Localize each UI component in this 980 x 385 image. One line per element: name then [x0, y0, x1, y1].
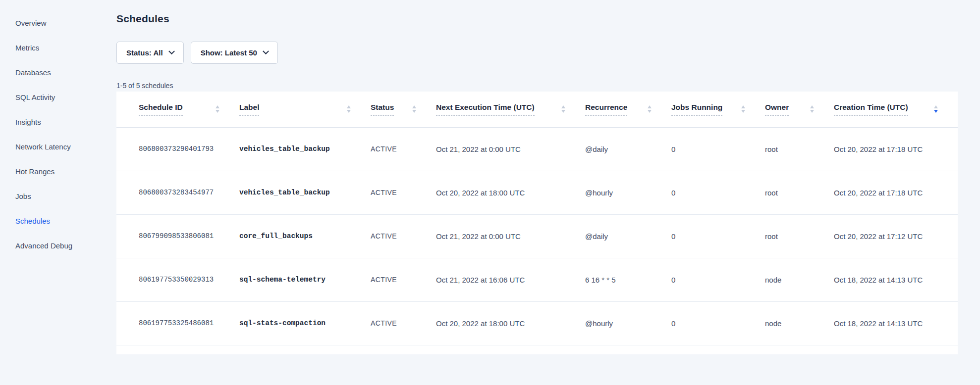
cell-schedule-id: 806800373290401793 — [116, 127, 239, 171]
cell-recurrence: @daily — [585, 127, 671, 171]
sort-up-arrow-icon — [412, 105, 416, 108]
table-row: 806800373283454977 vehicles_table_backup… — [116, 171, 958, 214]
column-header-recurrence[interactable]: Recurrence — [585, 92, 671, 127]
sidebar-item-metrics[interactable]: Metrics — [0, 35, 92, 60]
sidebar-item-label: Metrics — [15, 44, 39, 52]
column-header-label[interactable]: Label — [239, 92, 371, 127]
cell-status: ACTIVE — [371, 171, 436, 214]
sort-down-arrow-icon — [648, 110, 652, 113]
cell-creation-time: Oct 20, 2022 at 17:12 UTC — [834, 214, 958, 258]
sidebar-item-databases[interactable]: Databases — [0, 60, 92, 85]
show-filter-label: Show: Latest 50 — [201, 48, 257, 57]
column-header-creation-time-utc[interactable]: Creation Time (UTC) — [834, 92, 958, 127]
cell-next-execution: Oct 21, 2022 at 0:00 UTC — [436, 214, 585, 258]
cell-jobs-running: 0 — [671, 171, 765, 214]
column-header-jobs-running[interactable]: Jobs Running — [671, 92, 765, 127]
sort-icon — [347, 105, 351, 113]
sidebar-item-label: Advanced Debug — [15, 241, 72, 250]
column-header-label: Jobs Running — [671, 103, 722, 116]
cell-label: core_full_backups — [239, 214, 371, 258]
table-row: 806197753350029313 sql-schema-telemetry … — [116, 258, 958, 301]
table-row: 806800373290401793 vehicles_table_backup… — [116, 127, 958, 171]
sort-down-arrow-icon — [216, 110, 219, 113]
schedules-table: Schedule ID Label Status Next Execution … — [116, 92, 958, 345]
sort-down-arrow-icon — [412, 110, 416, 113]
column-header-label: Recurrence — [585, 103, 627, 116]
cell-label: sql-schema-telemetry — [239, 258, 371, 301]
sort-icon — [412, 105, 416, 113]
sort-up-arrow-icon — [216, 105, 219, 108]
cell-next-execution: Oct 20, 2022 at 18:00 UTC — [436, 301, 585, 345]
sort-down-arrow-icon — [934, 110, 938, 113]
cell-label: vehicles_table_backup — [239, 171, 371, 214]
status-filter-dropdown[interactable]: Status: All — [116, 42, 184, 64]
sort-up-arrow-icon — [934, 105, 938, 108]
column-header-label: Schedule ID — [139, 103, 183, 116]
column-header-status[interactable]: Status — [371, 92, 436, 127]
sidebar-item-advanced-debug[interactable]: Advanced Debug — [0, 233, 92, 258]
cell-jobs-running: 0 — [671, 301, 765, 345]
cell-owner: root — [765, 214, 834, 258]
cell-owner: node — [765, 301, 834, 345]
sidebar-item-sql-activity[interactable]: SQL Activity — [0, 85, 92, 109]
cell-status: ACTIVE — [371, 301, 436, 345]
sort-up-arrow-icon — [810, 105, 814, 108]
show-filter-dropdown[interactable]: Show: Latest 50 — [191, 42, 278, 64]
column-header-label: Status — [371, 103, 394, 116]
cell-schedule-id: 806197753325486081 — [116, 301, 239, 345]
sidebar-item-insights[interactable]: Insights — [0, 109, 92, 134]
cell-status: ACTIVE — [371, 214, 436, 258]
cell-recurrence: 6 16 * * 5 — [585, 258, 671, 301]
chevron-down-icon — [168, 48, 175, 54]
column-header-owner[interactable]: Owner — [765, 92, 834, 127]
sort-icon — [216, 105, 219, 113]
cell-next-execution: Oct 21, 2022 at 16:06 UTC — [436, 258, 585, 301]
sidebar-item-hot-ranges[interactable]: Hot Ranges — [0, 159, 92, 184]
sort-down-arrow-icon — [561, 110, 565, 113]
sidebar-item-label: Insights — [15, 118, 41, 126]
cell-recurrence: @hourly — [585, 171, 671, 214]
table-header-row: Schedule ID Label Status Next Execution … — [116, 92, 958, 127]
cell-recurrence: @hourly — [585, 301, 671, 345]
results-count: 1-5 of 5 schedules — [116, 82, 980, 92]
cell-creation-time: Oct 20, 2022 at 17:18 UTC — [834, 171, 958, 214]
column-header-label: Next Execution Time (UTC) — [436, 103, 535, 116]
cell-label: sql-stats-compaction — [239, 301, 371, 345]
sort-down-arrow-icon — [741, 110, 745, 113]
sidebar-item-label: Network Latency — [15, 143, 71, 151]
sidebar-item-label: Hot Ranges — [15, 167, 54, 176]
cell-creation-time: Oct 18, 2022 at 14:13 UTC — [834, 301, 958, 345]
cell-next-execution: Oct 20, 2022 at 18:00 UTC — [436, 171, 585, 214]
column-header-next-execution-time-utc[interactable]: Next Execution Time (UTC) — [436, 92, 585, 127]
filter-row: Status: All Show: Latest 50 — [116, 42, 980, 64]
column-header-label: Label — [239, 103, 259, 116]
cell-jobs-running: 0 — [671, 214, 765, 258]
sidebar-item-schedules[interactable]: Schedules — [0, 208, 92, 233]
sort-icon — [810, 105, 814, 113]
table-row: 806197753325486081 sql-stats-compaction … — [116, 301, 958, 345]
schedules-table-card: Schedule ID Label Status Next Execution … — [116, 92, 958, 354]
cell-schedule-id: 806799098533806081 — [116, 214, 239, 258]
table-body: 806800373290401793 vehicles_table_backup… — [116, 127, 958, 345]
sidebar-item-overview[interactable]: Overview — [0, 10, 92, 35]
sidebar-item-label: Jobs — [15, 192, 31, 200]
sidebar-item-jobs[interactable]: Jobs — [0, 184, 92, 208]
main-content: Schedules Status: All Show: Latest 50 1-… — [92, 0, 980, 385]
sort-down-arrow-icon — [810, 110, 814, 113]
app: Overview Metrics Databases SQL Activity … — [0, 0, 980, 385]
cell-creation-time: Oct 20, 2022 at 17:18 UTC — [834, 127, 958, 171]
column-header-schedule-id[interactable]: Schedule ID — [116, 92, 239, 127]
sort-icon — [648, 105, 652, 113]
sort-up-arrow-icon — [561, 105, 565, 108]
sidebar-item-label: Databases — [15, 68, 51, 77]
cell-creation-time: Oct 18, 2022 at 14:13 UTC — [834, 258, 958, 301]
page-title: Schedules — [116, 12, 980, 26]
sidebar-item-label: Overview — [15, 19, 47, 27]
cell-recurrence: @daily — [585, 214, 671, 258]
cell-label: vehicles_table_backup — [239, 127, 371, 171]
status-filter-label: Status: All — [126, 48, 163, 57]
sidebar-item-network-latency[interactable]: Network Latency — [0, 134, 92, 159]
sort-up-arrow-icon — [347, 105, 351, 108]
sort-down-arrow-icon — [347, 110, 351, 113]
cell-jobs-running: 0 — [671, 127, 765, 171]
